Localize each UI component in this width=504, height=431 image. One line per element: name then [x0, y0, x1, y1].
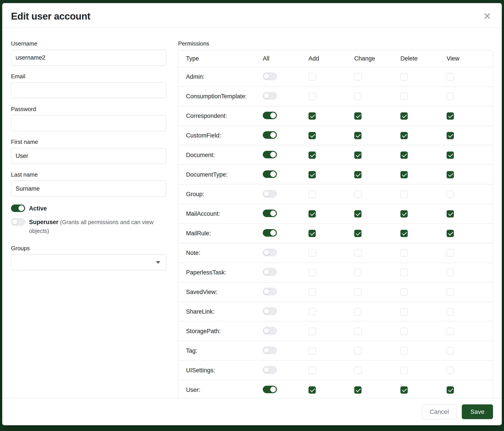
email-input[interactable] — [11, 82, 166, 98]
cancel-button[interactable]: Cancel — [422, 404, 457, 419]
permission-change-checkbox[interactable] — [354, 347, 361, 354]
permission-change-checkbox[interactable] — [354, 210, 361, 217]
permission-delete-checkbox[interactable] — [400, 288, 408, 296]
permission-delete-checkbox[interactable] — [400, 386, 408, 394]
permission-add-checkbox[interactable] — [308, 210, 316, 217]
permission-change-checkbox[interactable] — [354, 191, 361, 198]
first-name-input[interactable] — [11, 148, 166, 164]
permission-change-checkbox[interactable] — [354, 132, 361, 139]
permission-change-checkbox[interactable] — [354, 93, 361, 100]
permission-view-checkbox[interactable] — [447, 347, 454, 354]
permission-all-toggle[interactable] — [263, 288, 277, 295]
permission-delete-checkbox[interactable] — [400, 93, 408, 100]
permission-add-checkbox[interactable] — [308, 249, 316, 257]
permission-delete-checkbox[interactable] — [400, 328, 408, 335]
permission-add-checkbox[interactable] — [308, 328, 316, 335]
permission-change-checkbox[interactable] — [354, 308, 361, 315]
permission-all-toggle[interactable] — [263, 72, 277, 80]
permission-delete-checkbox[interactable] — [400, 191, 408, 198]
permission-delete-checkbox[interactable] — [400, 308, 408, 315]
permission-add-checkbox[interactable] — [308, 191, 316, 198]
last-name-input[interactable] — [11, 181, 166, 197]
permission-delete-checkbox[interactable] — [400, 171, 408, 178]
permission-all-toggle[interactable] — [263, 347, 277, 354]
save-button[interactable]: Save — [462, 404, 493, 419]
password-input[interactable] — [11, 115, 166, 131]
permission-change-checkbox[interactable] — [354, 386, 361, 394]
permission-view-checkbox[interactable] — [447, 288, 454, 296]
permission-add-checkbox[interactable] — [308, 132, 316, 139]
close-icon[interactable]: ✕ — [482, 10, 492, 22]
permission-change-checkbox[interactable] — [354, 112, 361, 120]
permission-add-checkbox[interactable] — [308, 288, 316, 296]
permission-delete-checkbox[interactable] — [400, 112, 408, 120]
permission-view-checkbox[interactable] — [447, 191, 454, 198]
permission-all-toggle[interactable] — [263, 268, 277, 276]
permission-view-checkbox[interactable] — [447, 367, 454, 374]
permission-all-toggle[interactable] — [263, 92, 277, 100]
permission-add-checkbox[interactable] — [308, 93, 316, 100]
permission-add-checkbox[interactable] — [308, 112, 316, 120]
permission-change-checkbox[interactable] — [354, 73, 361, 81]
permission-add-checkbox[interactable] — [308, 230, 316, 237]
permission-all-toggle[interactable] — [263, 386, 277, 393]
column-header-add: Add — [308, 55, 354, 62]
permission-delete-checkbox[interactable] — [400, 269, 408, 276]
permission-change-checkbox[interactable] — [354, 269, 361, 276]
permission-all-cell — [263, 131, 308, 140]
permission-all-toggle[interactable] — [263, 131, 277, 139]
permission-delete-checkbox[interactable] — [400, 73, 408, 81]
permission-delete-checkbox[interactable] — [400, 210, 408, 217]
active-toggle[interactable] — [11, 205, 25, 212]
permission-all-toggle[interactable] — [263, 327, 277, 334]
superuser-toggle[interactable] — [11, 218, 25, 226]
permission-view-checkbox[interactable] — [447, 93, 454, 100]
permission-add-checkbox[interactable] — [308, 347, 316, 354]
permission-add-checkbox[interactable] — [308, 367, 316, 374]
permission-change-checkbox[interactable] — [354, 171, 361, 178]
permission-delete-checkbox[interactable] — [400, 347, 408, 354]
permission-add-checkbox[interactable] — [308, 308, 316, 315]
permission-view-checkbox[interactable] — [447, 73, 454, 81]
permission-all-toggle[interactable] — [263, 112, 277, 119]
permission-change-checkbox[interactable] — [354, 288, 361, 296]
permission-delete-checkbox[interactable] — [400, 367, 408, 374]
permission-delete-checkbox[interactable] — [400, 249, 408, 257]
permission-delete-checkbox[interactable] — [400, 230, 408, 237]
permission-view-checkbox[interactable] — [447, 112, 454, 120]
permission-add-checkbox[interactable] — [308, 386, 316, 394]
permission-all-toggle[interactable] — [263, 307, 277, 315]
email-field-group: Email — [11, 73, 166, 98]
permission-view-checkbox[interactable] — [447, 210, 454, 217]
groups-select[interactable] — [11, 254, 166, 270]
permission-view-checkbox[interactable] — [447, 328, 454, 335]
permission-all-toggle[interactable] — [263, 190, 277, 198]
permission-all-toggle[interactable] — [263, 210, 277, 217]
permission-all-toggle[interactable] — [263, 366, 277, 374]
permission-delete-checkbox[interactable] — [400, 132, 408, 139]
permission-view-checkbox[interactable] — [447, 132, 454, 139]
permission-view-checkbox[interactable] — [447, 152, 454, 159]
permission-change-checkbox[interactable] — [354, 328, 361, 335]
permission-all-toggle[interactable] — [263, 229, 277, 237]
username-input[interactable] — [11, 50, 166, 65]
permission-view-checkbox[interactable] — [447, 386, 454, 394]
permission-all-toggle[interactable] — [263, 151, 277, 158]
permission-add-checkbox[interactable] — [308, 171, 316, 178]
permission-change-checkbox[interactable] — [354, 152, 361, 159]
permission-view-checkbox[interactable] — [447, 230, 454, 237]
permission-view-checkbox[interactable] — [447, 308, 454, 315]
permission-delete-checkbox[interactable] — [400, 152, 408, 159]
permission-view-checkbox[interactable] — [447, 269, 454, 276]
permission-view-checkbox[interactable] — [447, 249, 454, 257]
permission-change-checkbox[interactable] — [354, 367, 361, 374]
permission-change-checkbox[interactable] — [354, 230, 361, 237]
permission-add-checkbox[interactable] — [308, 152, 316, 159]
permission-change-checkbox[interactable] — [354, 249, 361, 257]
table-row: DocumentType: — [178, 165, 493, 184]
permission-all-toggle[interactable] — [263, 249, 277, 256]
permission-view-checkbox[interactable] — [447, 171, 454, 178]
permission-add-checkbox[interactable] — [308, 73, 316, 81]
permission-all-toggle[interactable] — [263, 171, 277, 178]
permission-add-checkbox[interactable] — [308, 269, 316, 276]
